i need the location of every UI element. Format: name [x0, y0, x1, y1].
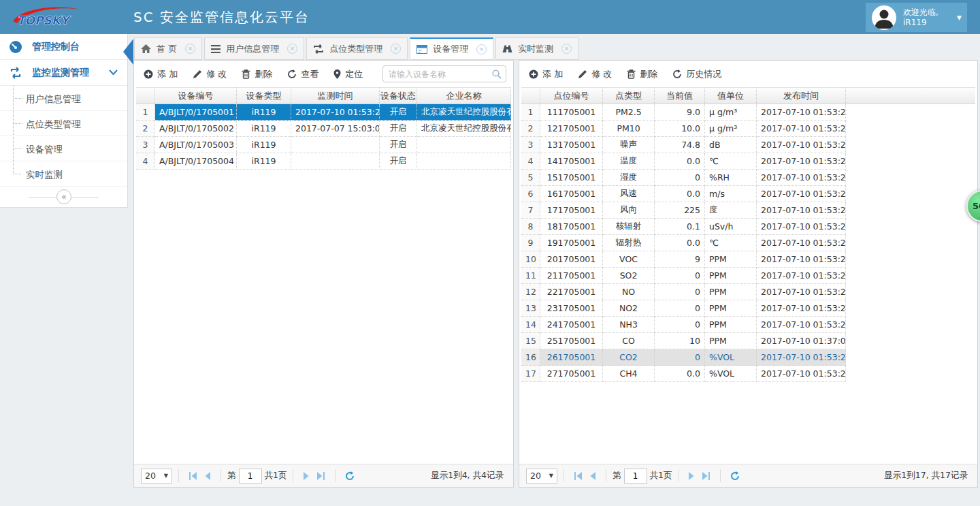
table-cell[interactable]: 17 — [521, 366, 540, 382]
table-row[interactable]: 2121705001PM1010.0μ g/m³2017-07-10 01:53… — [521, 121, 975, 137]
table-cell[interactable]: 2017-07-10 01:53:21 — [757, 202, 846, 219]
column-header[interactable]: 发布时间 — [757, 87, 846, 104]
sidebar-item-realtime[interactable]: 实时监测 — [0, 161, 127, 187]
table-cell[interactable] — [846, 121, 975, 137]
table-cell[interactable]: 9 — [521, 235, 540, 251]
page-number-input[interactable] — [624, 469, 647, 484]
table-cell[interactable]: 151705001 — [540, 170, 603, 186]
column-header[interactable] — [136, 87, 155, 104]
last-page-button[interactable] — [316, 472, 325, 480]
table-cell[interactable]: NH3 — [603, 317, 655, 333]
table-row[interactable]: 4A/BJLT/0/1705004iR119开启 — [136, 153, 511, 170]
table-cell[interactable] — [846, 153, 975, 170]
table-cell[interactable]: PPM — [705, 268, 757, 284]
table-cell[interactable]: 14 — [521, 317, 540, 333]
table-row[interactable]: 12221705001NO0PPM2017-07-10 01:53:21 — [521, 284, 975, 300]
tab-device[interactable]: 设备管理 × — [410, 37, 493, 60]
reload-icon[interactable] — [345, 471, 355, 481]
search-input[interactable] — [382, 65, 506, 82]
table-cell[interactable]: 2017-07-10 01:53:21 — [757, 317, 846, 333]
table-cell[interactable]: PPM — [705, 317, 757, 333]
first-page-button[interactable] — [574, 472, 583, 480]
column-header[interactable]: 点类型 — [603, 87, 655, 104]
table-cell[interactable]: 4 — [136, 153, 155, 170]
table-cell[interactable]: 北京凌天世纪控股股份有限公司 — [417, 121, 511, 137]
table-cell[interactable] — [846, 251, 975, 268]
table-cell[interactable]: NO2 — [603, 300, 655, 317]
table-cell[interactable]: 2017-07-10 01:53:21 — [757, 235, 846, 251]
table-cell[interactable]: 161705001 — [540, 186, 603, 202]
table-row[interactable]: 3A/BJLT/0/1705003iR119开启 — [136, 137, 511, 153]
tab-home[interactable]: 首 页 × — [134, 37, 202, 60]
table-cell[interactable]: 0 — [655, 170, 705, 186]
table-row[interactable]: 17271705001CH40.0%VOL2017-07-10 01:53:21 — [521, 366, 975, 382]
table-cell[interactable]: 核辐射 — [603, 219, 655, 235]
table-cell[interactable]: 131705001 — [540, 137, 603, 153]
table-row[interactable]: 7171705001风向225度2017-07-10 01:53:21 — [521, 202, 975, 219]
table-cell[interactable]: 0 — [655, 268, 705, 284]
tab-realtime[interactable]: 实时监测 × — [495, 37, 578, 60]
table-cell[interactable] — [846, 104, 975, 121]
table-cell[interactable] — [846, 268, 975, 284]
chevron-down-icon[interactable]: ▼ — [957, 14, 962, 21]
table-cell[interactable]: 251705001 — [540, 333, 603, 349]
close-icon[interactable]: × — [561, 44, 572, 54]
table-cell[interactable]: 开启 — [380, 137, 417, 153]
view-button[interactable]: 查看 — [287, 68, 318, 80]
table-cell[interactable]: 0 — [655, 349, 705, 366]
table-cell[interactable]: 231705001 — [540, 300, 603, 317]
next-page-button[interactable] — [303, 472, 310, 480]
table-cell[interactable]: 1 — [521, 104, 540, 121]
table-cell[interactable]: 0 — [655, 300, 705, 317]
chevron-down-icon[interactable] — [109, 69, 118, 76]
table-cell[interactable]: 12 — [521, 284, 540, 300]
table-cell[interactable]: 7 — [521, 202, 540, 219]
table-cell[interactable]: 121705001 — [540, 121, 603, 137]
table-cell[interactable]: 5 — [521, 170, 540, 186]
table-cell[interactable] — [291, 153, 380, 170]
table-cell[interactable]: 10.0 — [655, 121, 705, 137]
table-cell[interactable]: %RH — [705, 170, 757, 186]
user-menu[interactable]: 欢迎光临, iR119 ▼ — [866, 3, 967, 32]
table-cell[interactable] — [846, 284, 975, 300]
sidebar-item-point-type[interactable]: 点位类型管理 — [0, 111, 127, 136]
table-cell[interactable]: 0.0 — [655, 235, 705, 251]
table-cell[interactable]: dB — [705, 137, 757, 153]
table-cell[interactable]: 74.8 — [655, 137, 705, 153]
table-cell[interactable]: 北京凌天世纪控股股份有限公司 — [417, 104, 511, 121]
table-cell[interactable]: 2017-07-10 01:53:21 — [757, 219, 846, 235]
table-cell[interactable]: 风速 — [603, 186, 655, 202]
delete-button[interactable]: 删除 — [627, 68, 657, 80]
table-cell[interactable]: 181705001 — [540, 219, 603, 235]
column-header[interactable] — [846, 87, 975, 104]
table-cell[interactable]: 191705001 — [540, 235, 603, 251]
table-row[interactable]: 1111705001PM2.59.0μ g/m³2017-07-10 01:53… — [521, 104, 975, 121]
table-cell[interactable]: PPM — [705, 333, 757, 349]
table-cell[interactable]: 8 — [521, 219, 540, 235]
page-number-input[interactable] — [239, 469, 262, 484]
sidebar-toggle-arrow[interactable] — [123, 39, 133, 65]
column-header[interactable]: 当前值 — [655, 87, 705, 104]
sidebar-item-device[interactable]: 设备管理 — [0, 136, 127, 161]
table-cell[interactable]: m/s — [705, 186, 757, 202]
reload-icon[interactable] — [730, 471, 740, 481]
table-cell[interactable]: %VOL — [705, 349, 757, 366]
table-row[interactable]: 6161705001风速0.0m/s2017-07-10 01:53:21 — [521, 186, 975, 202]
table-cell[interactable]: μ g/m³ — [705, 121, 757, 137]
column-header[interactable]: 设备状态 — [380, 87, 417, 104]
table-cell[interactable]: 2 — [136, 121, 155, 137]
sidebar-item-user-info[interactable]: 用户信息管理 — [0, 86, 127, 111]
close-icon[interactable]: × — [185, 44, 195, 54]
table-cell[interactable]: 2017-07-10 01:53:22 — [757, 300, 846, 317]
table-cell[interactable]: 211705001 — [540, 268, 603, 284]
table-cell[interactable]: 0.0 — [655, 186, 705, 202]
page-size-select[interactable]: 20 ▼ — [526, 469, 557, 484]
table-cell[interactable]: 开启 — [380, 121, 417, 137]
next-page-button[interactable] — [688, 472, 695, 480]
table-row[interactable]: 8181705001核辐射0.1uSv/h2017-07-10 01:53:21 — [521, 219, 975, 235]
table-cell[interactable]: 201705001 — [540, 251, 603, 268]
table-cell[interactable] — [846, 170, 975, 186]
table-cell[interactable] — [846, 317, 975, 333]
table-row[interactable]: 14241705001NH30PPM2017-07-10 01:53:21 — [521, 317, 975, 333]
table-cell[interactable]: PPM — [705, 251, 757, 268]
